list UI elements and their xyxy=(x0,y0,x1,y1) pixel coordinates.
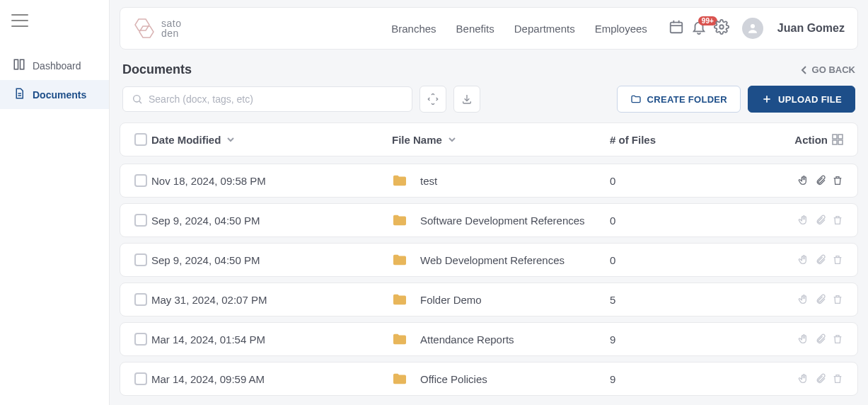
attach-icon[interactable] xyxy=(815,294,826,305)
user-icon xyxy=(746,22,759,35)
row-checkbox[interactable] xyxy=(134,174,147,187)
hand-icon[interactable] xyxy=(798,294,809,305)
dashboard-icon xyxy=(13,58,25,73)
brand-name-1: sato xyxy=(161,18,181,28)
table-row[interactable]: Sep 9, 2024, 04:50 PMSoftware Developmen… xyxy=(120,203,858,237)
notifications-button[interactable]: 99+ xyxy=(691,19,707,38)
settings-button[interactable] xyxy=(714,19,729,38)
main-content: sato den BranchesBenefitsDepartmentsEmpl… xyxy=(110,0,868,405)
attach-icon[interactable] xyxy=(815,215,826,226)
header-files: # of Files xyxy=(610,134,656,146)
attach-icon[interactable] xyxy=(815,333,826,345)
row-checkbox[interactable] xyxy=(134,253,147,266)
table-row[interactable]: May 31, 2024, 02:07 PMFolder Demo5 xyxy=(120,283,858,316)
grid-icon[interactable] xyxy=(832,134,843,145)
svg-rect-20 xyxy=(838,135,843,139)
row-checkbox[interactable] xyxy=(134,372,147,385)
folder-icon xyxy=(392,253,407,266)
folder-icon xyxy=(392,293,407,306)
row-name: Software Development References xyxy=(420,215,585,227)
row-date: Sep 9, 2024, 04:50 PM xyxy=(151,215,260,227)
nav-departments[interactable]: Departments xyxy=(514,23,575,35)
svg-rect-21 xyxy=(833,140,837,144)
svg-rect-22 xyxy=(838,140,843,144)
create-folder-button[interactable]: CREATE FOLDER xyxy=(617,86,741,113)
folder-icon xyxy=(392,333,407,346)
svg-marker-7 xyxy=(135,19,149,30)
expand-icon xyxy=(427,93,439,105)
search-box[interactable] xyxy=(122,86,412,112)
row-checkbox[interactable] xyxy=(134,333,147,346)
download-icon xyxy=(461,93,473,105)
trash-icon[interactable] xyxy=(832,333,843,345)
trash-icon[interactable] xyxy=(832,373,843,384)
svg-point-13 xyxy=(719,25,724,29)
sidebar-item-documents[interactable]: Documents xyxy=(0,80,109,109)
attach-icon[interactable] xyxy=(815,175,826,186)
go-back-button[interactable]: GO BACK xyxy=(801,64,855,75)
upload-file-button[interactable]: UPLOAD FILE xyxy=(748,86,855,113)
nav-branches[interactable]: Branches xyxy=(391,23,436,35)
row-date: Mar 14, 2024, 01:54 PM xyxy=(151,333,265,346)
hand-icon[interactable] xyxy=(798,373,809,384)
row-files: 5 xyxy=(610,294,615,306)
nav-employees[interactable]: Employees xyxy=(595,23,647,35)
brand-logo[interactable]: sato den xyxy=(133,18,181,39)
trash-icon[interactable] xyxy=(832,215,843,226)
svg-point-15 xyxy=(134,96,140,102)
row-date: Nov 18, 2024, 09:58 PM xyxy=(151,175,266,187)
row-name: Office Policies xyxy=(420,373,487,385)
sidebar-item-label: Documents xyxy=(33,89,86,101)
plus-icon xyxy=(761,93,772,105)
row-files: 9 xyxy=(610,333,615,346)
header-name[interactable]: File Name xyxy=(392,134,442,146)
svg-rect-9 xyxy=(671,23,683,33)
trash-icon[interactable] xyxy=(832,294,843,305)
table-row[interactable]: Nov 18, 2024, 09:58 PMtest0 xyxy=(120,164,858,198)
table-row[interactable]: Mar 14, 2024, 01:54 PMAttendance Reports… xyxy=(120,322,858,356)
row-date: May 31, 2024, 02:07 PM xyxy=(151,294,267,306)
svg-marker-8 xyxy=(139,26,154,38)
create-folder-label: CREATE FOLDER xyxy=(647,94,727,105)
select-all-checkbox[interactable] xyxy=(134,133,147,146)
sidebar-item-label: Dashboard xyxy=(33,60,81,72)
download-button[interactable] xyxy=(453,86,480,113)
trash-icon[interactable] xyxy=(832,175,843,186)
username: Juan Gomez xyxy=(777,22,845,35)
hand-icon[interactable] xyxy=(798,215,809,226)
search-input[interactable] xyxy=(149,93,403,105)
svg-rect-19 xyxy=(833,135,837,139)
row-checkbox[interactable] xyxy=(134,293,147,306)
calendar-button[interactable] xyxy=(669,19,684,38)
row-actions xyxy=(772,333,843,345)
nav-benefits[interactable]: Benefits xyxy=(456,23,494,35)
table-row[interactable]: Mar 14, 2024, 09:59 AMOffice Policies9 xyxy=(120,362,858,396)
menu-toggle-button[interactable] xyxy=(0,7,109,51)
document-icon xyxy=(13,87,25,102)
attach-icon[interactable] xyxy=(815,254,826,266)
trash-icon[interactable] xyxy=(832,254,843,266)
calendar-icon xyxy=(669,19,684,35)
attach-icon[interactable] xyxy=(815,373,826,384)
upload-file-label: UPLOAD FILE xyxy=(778,94,842,105)
hand-icon[interactable] xyxy=(798,333,809,345)
row-actions xyxy=(772,294,843,305)
row-checkbox[interactable] xyxy=(134,214,147,227)
hand-icon[interactable] xyxy=(798,175,809,186)
avatar[interactable] xyxy=(742,18,763,39)
table-row[interactable]: Sep 9, 2024, 04:50 PMWeb Development Ref… xyxy=(120,243,858,277)
header-action: Action xyxy=(794,134,828,146)
expand-button[interactable] xyxy=(419,86,446,113)
svg-rect-3 xyxy=(14,59,18,69)
row-files: 9 xyxy=(610,373,615,385)
folder-icon xyxy=(392,214,407,227)
sidebar-item-dashboard[interactable]: Dashboard xyxy=(0,51,109,80)
header-date[interactable]: Date Modified xyxy=(151,134,221,146)
toolbar: CREATE FOLDER UPLOAD FILE xyxy=(120,86,858,122)
chevron-down-icon xyxy=(226,135,235,144)
go-back-label: GO BACK xyxy=(812,64,855,75)
topbar: sato den BranchesBenefitsDepartmentsEmpl… xyxy=(120,7,858,50)
row-actions xyxy=(772,175,843,186)
hand-icon[interactable] xyxy=(798,254,809,266)
row-name: Folder Demo xyxy=(420,294,482,306)
